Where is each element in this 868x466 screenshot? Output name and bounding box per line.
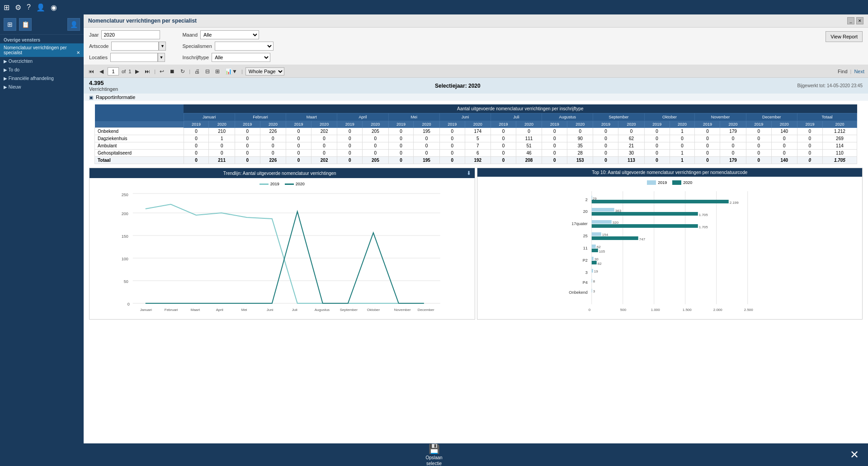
sidebar-action-icons: ⊞ 📋 👤 xyxy=(0,14,84,35)
row-label-totaal: Totaal xyxy=(95,157,184,164)
print-button[interactable]: 🖨 xyxy=(193,67,201,75)
cell-onbekend-2: 0 xyxy=(235,128,260,135)
cell-onbekend-5: 202 xyxy=(311,128,337,135)
row-label-20: 20 xyxy=(583,209,587,214)
val-20-2020: 1.705 xyxy=(698,213,708,217)
cell-totaal-24: 0 xyxy=(797,157,822,164)
cell-totaal-22: 0 xyxy=(746,157,771,164)
settings-icon[interactable]: ◉ xyxy=(51,3,57,12)
sidebar-icon-2[interactable]: 📋 xyxy=(19,18,32,31)
cell-onbekend-19: 1 xyxy=(670,128,695,135)
row-label-onbekend: Onbekend xyxy=(95,128,184,135)
bar-25-2020 xyxy=(591,236,638,240)
table-button[interactable]: ⊞ xyxy=(214,67,221,75)
th-jan: Januari xyxy=(184,113,235,121)
line-chart-body: 2019 2020 0 50 100 150 200 xyxy=(90,178,475,319)
user-icon[interactable]: 👤 xyxy=(36,3,45,12)
th-yr-5: 2019 xyxy=(286,121,311,128)
x-apr: April xyxy=(216,308,223,312)
save-selection-button[interactable]: 💾 Opslaan selectie xyxy=(425,443,442,466)
page-number-input[interactable] xyxy=(108,67,119,75)
sidebar-item-todo[interactable]: ▶ To do xyxy=(0,66,84,74)
row-label-17q: 17quater xyxy=(571,221,588,226)
th-yr-17: 2019 xyxy=(593,121,618,128)
cell-onbekend-9: 195 xyxy=(414,128,439,135)
rapport-toggle[interactable]: ▣ xyxy=(89,95,93,100)
sidebar-item-financiele[interactable]: ▶ Financiële afhandeling xyxy=(0,74,84,83)
specialismen-select[interactable] xyxy=(215,42,274,51)
table-empty-year xyxy=(95,121,184,128)
cell-ambulant-14: 0 xyxy=(542,142,567,150)
cell-gehospitaliseerd-12: 0 xyxy=(491,150,516,157)
bar-onb-2019 xyxy=(591,289,592,292)
close-button[interactable]: ✕ xyxy=(850,448,859,461)
zoom-select[interactable]: Whole Page 100% xyxy=(245,67,284,75)
val-p4-2019: 8 xyxy=(593,279,595,283)
cell-dagziekenhuis-13: 111 xyxy=(516,135,542,142)
locaties-input[interactable] xyxy=(110,53,158,62)
next-page-button[interactable]: ▶ xyxy=(134,67,141,75)
sidebar-close-icon[interactable]: ✕ xyxy=(76,50,80,55)
cell-ambulant-12: 0 xyxy=(491,142,516,150)
bar-20-2020 xyxy=(591,212,698,216)
cell-dagziekenhuis-24: 0 xyxy=(797,135,822,142)
cell-dagziekenhuis-20: 0 xyxy=(695,135,720,142)
stop-button[interactable]: ⏹ xyxy=(168,67,176,75)
cell-dagziekenhuis-6: 0 xyxy=(337,135,363,142)
jaar-label: Jaar xyxy=(89,32,99,38)
cell-totaal-9: 195 xyxy=(414,157,439,164)
maand-select[interactable]: Alle xyxy=(200,30,259,39)
table-wrapper: Aantal uitgevoerde nomenclatuur verricht… xyxy=(89,104,863,164)
maand-field: Maand Alle xyxy=(182,30,273,39)
val-25-2020: 747 xyxy=(639,237,645,241)
rapport-info-row: ▣ Rapportinformatie xyxy=(84,94,868,101)
cell-dagziekenhuis-4: 0 xyxy=(286,135,311,142)
grid-icon[interactable]: ⊞ xyxy=(4,3,9,12)
cell-dagziekenhuis-10: 0 xyxy=(439,135,465,142)
cell-gehospitaliseerd-1: 0 xyxy=(209,150,235,157)
th-yr-4: 2020 xyxy=(260,121,286,128)
sidebar-item-overzichten[interactable]: ▶ Overzichten xyxy=(0,57,84,66)
top-toolbar: ⊞ ⚙ ? 👤 ◉ xyxy=(0,0,868,14)
cell-totaal-11: 192 xyxy=(465,157,491,164)
layout-button[interactable]: ⊟ xyxy=(204,67,211,75)
th-yr-14: 2020 xyxy=(516,121,542,128)
view-report-button[interactable]: View Report xyxy=(826,31,863,42)
artscode-dropdown-icon[interactable]: ▼ xyxy=(159,42,166,51)
prev-page-button[interactable]: ◀ xyxy=(98,67,105,75)
sidebar-icon-1[interactable]: ⊞ xyxy=(4,18,16,31)
cell-totaal-25: 1.705 xyxy=(822,157,857,164)
th-yr-1: 2019 xyxy=(184,121,209,128)
jaar-input[interactable] xyxy=(101,30,160,39)
th-yr-7: 2019 xyxy=(337,121,363,128)
cell-dagziekenhuis-9: 0 xyxy=(414,135,439,142)
first-page-button[interactable]: ⏮ xyxy=(87,67,95,75)
artscode-input[interactable] xyxy=(111,42,159,51)
sep3: | xyxy=(241,69,243,74)
minimize-button[interactable]: _ xyxy=(847,17,854,24)
inschrijftype-select[interactable]: Alle xyxy=(212,53,270,62)
export-button[interactable]: 📊▼ xyxy=(224,67,239,75)
cell-gehospitaliseerd-17: 30 xyxy=(618,150,644,157)
gear-icon[interactable]: ⚙ xyxy=(15,3,21,12)
th-yr-9: 2019 xyxy=(388,121,414,128)
next-label[interactable]: Next xyxy=(854,69,864,74)
sidebar-person-icon[interactable]: 👤 xyxy=(67,18,80,31)
cell-gehospitaliseerd-14: 0 xyxy=(542,150,567,157)
back-button[interactable]: ↩ xyxy=(158,67,165,75)
help-icon[interactable]: ? xyxy=(27,3,31,11)
sidebar-item-nieuw[interactable]: ▶ Nieuw xyxy=(0,83,84,91)
close-window-button[interactable]: ✕ xyxy=(856,17,863,24)
th-jun: Juni xyxy=(439,113,491,121)
locaties-dropdown-icon[interactable]: ▼ xyxy=(158,53,165,62)
line-chart-download-icon[interactable]: ⬇ xyxy=(467,170,471,176)
cell-onbekend-24: 0 xyxy=(797,128,822,135)
sidebar: ⊞ 📋 👤 Overige vensters Nomenclatuur verr… xyxy=(0,14,84,466)
last-page-button[interactable]: ⏭ xyxy=(143,67,151,75)
sidebar-active-item[interactable]: Nomenclatuur verrichtingen per specialis… xyxy=(0,43,84,57)
cell-ambulant-4: 0 xyxy=(286,142,311,150)
cell-ambulant-6: 0 xyxy=(337,142,363,150)
cell-onbekend-1: 210 xyxy=(209,128,235,135)
legend-2019-label: 2019 xyxy=(270,182,279,186)
refresh-button[interactable]: ↻ xyxy=(179,67,186,75)
